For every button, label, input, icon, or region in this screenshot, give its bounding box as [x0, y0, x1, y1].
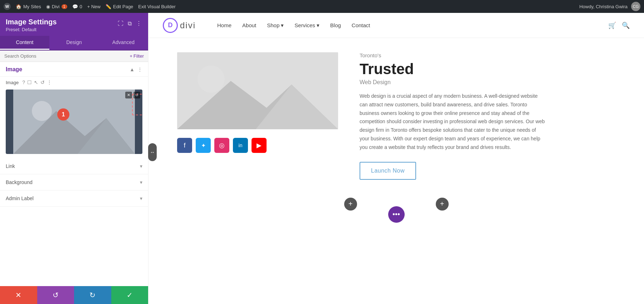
admin-label-chevron-icon: ▾	[140, 196, 142, 201]
settings-tabs: Content Design Advanced	[0, 36, 148, 50]
nav-contact[interactable]: Contact	[352, 22, 370, 28]
pointer-icon[interactable]: ↖	[34, 79, 38, 85]
collapse-image-btn[interactable]: ▲	[130, 67, 135, 72]
undo-field-icon[interactable]: ↺	[40, 79, 45, 85]
logo-circle: D	[163, 18, 178, 33]
divi-icon: ◉	[46, 4, 50, 9]
more-field-icon[interactable]: ⋮	[47, 79, 52, 85]
image-overlay-controls: ✕ ↺	[125, 92, 140, 98]
shop-chevron-icon: ▾	[281, 22, 284, 29]
more-actions-btn[interactable]: •••	[388, 206, 405, 223]
comments-menu[interactable]: 💬 0	[72, 4, 82, 9]
tab-advanced[interactable]: Advanced	[99, 36, 148, 50]
tab-design[interactable]: Design	[49, 36, 99, 50]
cancel-btn[interactable]: ✕	[0, 286, 37, 304]
tab-content[interactable]: Content	[0, 36, 49, 50]
placeholder-image-svg	[6, 90, 142, 154]
services-chevron-icon: ▾	[317, 22, 319, 29]
home-icon: 🏠	[16, 4, 21, 9]
background-section-header[interactable]: Background ▾	[0, 174, 148, 190]
image-section-more-btn[interactable]: ⋮	[137, 67, 142, 72]
nav-shop[interactable]: Shop ▾	[267, 22, 284, 29]
panel-title: Image Settings	[6, 18, 57, 26]
confirm-btn[interactable]: ✓	[111, 286, 148, 304]
instagram-icon[interactable]: ◎	[214, 138, 229, 153]
launch-now-btn[interactable]: Launch Now	[360, 162, 416, 180]
admin-bar-right: Howdy, Christina Gwira CG	[579, 2, 640, 11]
nav-blog[interactable]: Blog	[330, 22, 341, 28]
more-options-icon[interactable]: ⋮	[135, 19, 142, 28]
filter-icon: +	[130, 53, 133, 59]
image-section-header: Image ▲ ⋮	[0, 62, 148, 77]
add-section-btn-left[interactable]: +	[344, 198, 357, 211]
selection-box	[132, 94, 142, 115]
image-field-label: Image	[6, 80, 19, 85]
cart-icon[interactable]: 🛒	[608, 21, 616, 29]
pencil-icon: ✏️	[106, 4, 111, 9]
background-chevron-icon: ▾	[140, 179, 142, 185]
twitter-icon[interactable]: ✦	[196, 138, 211, 153]
web-design-label: Web Design	[360, 79, 615, 86]
admin-label-section-label: Admin Label	[6, 196, 34, 201]
redo-btn[interactable]: ↻	[74, 286, 111, 304]
admin-label-section: Admin Label ▾	[0, 190, 148, 207]
nav-bar: D divi Home About Shop ▾ Services ▾ Blog…	[148, 13, 644, 38]
trusted-heading: Trusted	[360, 61, 615, 78]
nav-links: Home About Shop ▾ Services ▾ Blog Contac…	[217, 22, 370, 29]
edit-page-btn[interactable]: ✏️ Edit Page	[106, 4, 133, 9]
main-page-image	[177, 52, 338, 129]
admin-label-section-header[interactable]: Admin Label ▾	[0, 190, 148, 206]
link-section-header[interactable]: Link ▾	[0, 158, 148, 174]
image-section-title: Image	[6, 66, 22, 73]
image-placeholder	[6, 90, 142, 154]
toronto-label: Toronto's	[360, 52, 615, 58]
svg-point-7	[197, 66, 225, 93]
panel-header: Image Settings Preset: Default ⛶ ⧉ ⋮	[0, 13, 148, 36]
layer-number-badge: 1	[57, 108, 69, 121]
split-view-icon[interactable]: ⧉	[127, 19, 132, 28]
main-content: D divi Home About Shop ▾ Services ▾ Blog…	[148, 13, 644, 304]
fullscreen-icon[interactable]: ⛶	[117, 19, 124, 28]
background-section: Background ▾	[0, 174, 148, 190]
undo-btn[interactable]: ↺	[37, 286, 74, 304]
svg-point-3	[32, 101, 52, 121]
sidebar-footer: ✕ ↺ ↻ ✓	[0, 286, 148, 304]
description-text: Web design is a crucial aspect of any mo…	[360, 92, 546, 152]
resize-handle[interactable]: ↔	[148, 143, 157, 161]
site-logo[interactable]: D divi	[163, 18, 196, 33]
user-avatar[interactable]: CG	[631, 2, 640, 11]
image-settings-panel: Image Settings Preset: Default ⛶ ⧉ ⋮ Con…	[0, 13, 148, 304]
linkedin-icon[interactable]: in	[233, 138, 248, 153]
content-text-col: Toronto's Trusted Web Design Web design …	[360, 52, 615, 180]
new-menu[interactable]: + New	[87, 4, 101, 9]
link-section: Link ▾	[0, 158, 148, 174]
content-section: f ✦ ◎ in ▶ Toronto's Trusted Web Design …	[177, 52, 615, 180]
search-options-input[interactable]	[4, 53, 127, 59]
howdy-text: Howdy, Christina Gwira	[579, 4, 628, 9]
admin-bar: W 🏠 My Sites ◉ Divi 1 💬 0 + New ✏️ Edit …	[0, 0, 644, 13]
divi-menu[interactable]: ◉ Divi 1	[46, 4, 67, 9]
nav-home[interactable]: Home	[217, 22, 231, 28]
help-icon[interactable]: ?	[22, 79, 25, 85]
search-row: + Filter	[0, 50, 148, 62]
link-chevron-icon: ▾	[140, 163, 142, 169]
youtube-icon[interactable]: ▶	[252, 138, 267, 153]
add-section-btn-right[interactable]: +	[436, 198, 449, 211]
search-icon[interactable]: 🔍	[622, 21, 630, 29]
sidebar-content: Image ▲ ⋮ Image ? ☐ ↖ ↺ ⋮	[0, 62, 148, 286]
nav-right: 🛒 🔍	[608, 21, 630, 29]
page-content: f ✦ ◎ in ▶ Toronto's Trusted Web Design …	[148, 38, 644, 304]
my-sites-menu[interactable]: 🏠 My Sites	[16, 4, 41, 9]
image-preview-box[interactable]: ✕ ↺ 1	[6, 90, 142, 154]
facebook-icon[interactable]: f	[177, 138, 192, 153]
filter-btn[interactable]: + Filter	[130, 53, 144, 59]
delete-image-btn[interactable]: ✕	[125, 92, 132, 98]
bottom-controls-area: + + •••	[177, 194, 615, 223]
wordpress-icon[interactable]: W	[4, 3, 11, 10]
exit-visual-builder-btn[interactable]: Exit Visual Builder	[138, 4, 176, 9]
device-icon[interactable]: ☐	[27, 79, 32, 85]
nav-services[interactable]: Services ▾	[294, 22, 319, 29]
divi-badge: 1	[62, 4, 67, 9]
panel-preset[interactable]: Preset: Default	[6, 27, 57, 32]
nav-about[interactable]: About	[242, 22, 256, 28]
